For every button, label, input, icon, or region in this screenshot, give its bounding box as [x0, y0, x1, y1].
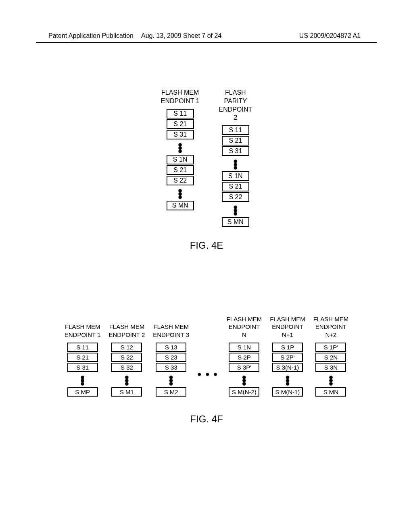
vertical-dots-icon: ●●● [178, 143, 183, 152]
vertical-dots-icon: ●●● [178, 189, 183, 198]
vertical-dots-icon: ●●● [242, 375, 246, 385]
cell: S 31 [222, 146, 249, 156]
fig4f-col-2-title: FLASH MEM ENDPOINT 2 [109, 314, 145, 339]
fig4f-col-1: FLASH MEM ENDPOINT 1 S 11 S 21 S 31 ●●● … [65, 314, 101, 397]
fig4f-caption: FIG. 4F [190, 414, 223, 425]
cell: S M1 [111, 387, 142, 397]
cell: S 3P' [229, 363, 259, 372]
figure-4f: FLASH MEM ENDPOINT 1 S 11 S 21 S 31 ●●● … [0, 314, 413, 425]
fig4f-col-n2: FLASH MEM ENDPOINT N+2 S 1P' S 2N S 3N ●… [313, 314, 349, 397]
cell: S 31 [67, 363, 98, 372]
header-left: Patent Application Publication [48, 32, 133, 39]
header-center: Aug. 13, 2009 Sheet 7 of 24 [141, 32, 221, 39]
fig4e-col-1-title: FLASH MEM ENDPOINT 1 [161, 89, 200, 106]
cell: S M(N-2) [229, 387, 259, 397]
cell: S MN [222, 217, 249, 227]
cell: S 13 [156, 343, 186, 352]
fig4f-col-n-title: FLASH MEM ENDPOINT N [227, 314, 262, 339]
cell: S MN [167, 201, 194, 210]
cell: S 11 [222, 125, 249, 135]
vertical-dots-icon: ●●● [285, 375, 290, 385]
cell: S 1N [167, 155, 194, 164]
cell: S M2 [156, 387, 186, 397]
vertical-dots-icon: ●●● [124, 375, 129, 385]
cell: S 32 [111, 363, 142, 372]
cell: S 12 [111, 343, 142, 352]
fig4e-columns: FLASH MEM ENDPOINT 1 S 11 S 21 S 31 ●●● … [161, 89, 252, 228]
fig4f-columns: FLASH MEM ENDPOINT 1 S 11 S 21 S 31 ●●● … [65, 314, 348, 397]
page-header: Patent Application Publication Aug. 13, … [0, 32, 413, 39]
fig4e-col-2-title: FLASH PARITY ENDPOINT 2 [219, 89, 252, 122]
cell: S 2P' [272, 353, 303, 362]
fig4e-caption: FIG. 4E [190, 240, 223, 251]
fig4f-col-n: FLASH MEM ENDPOINT N S 1N S 2P S 3P' ●●●… [227, 314, 262, 397]
fig4f-col-n1-title: FLASH MEM ENDPOINT N+1 [270, 314, 305, 339]
fig4f-col-n1: FLASH MEM ENDPOINT N+1 S 1P S 2P' S 3(N-… [270, 314, 305, 397]
fig4f-col-3: FLASH MEM ENDPOINT 3 S 13 S 23 S 33 ●●● … [153, 314, 189, 397]
horizontal-dots-icon: ● ● ● [197, 370, 219, 378]
cell: S 1P [272, 343, 303, 352]
cell: S 1P' [315, 343, 346, 352]
header-right: US 2009/0204872 A1 [299, 32, 361, 39]
cell: S 2P [229, 353, 259, 362]
fig4e-col-1: FLASH MEM ENDPOINT 1 S 11 S 21 S 31 ●●● … [161, 89, 200, 228]
vertical-dots-icon: ●●● [80, 375, 85, 385]
cell: S 22 [222, 192, 249, 202]
vertical-dots-icon: ●●● [169, 375, 173, 385]
fig4f-col-1-title: FLASH MEM ENDPOINT 1 [65, 314, 101, 339]
cell: S 1N [229, 343, 259, 352]
fig4f-col-3-title: FLASH MEM ENDPOINT 3 [153, 314, 189, 339]
vertical-dots-icon: ●●● [233, 159, 238, 169]
cell: S 21 [67, 353, 98, 362]
cell: S 22 [167, 176, 194, 185]
cell: S 3(N-1) [272, 363, 303, 372]
cell: S 31 [167, 130, 194, 139]
cell: S 2N [315, 353, 346, 362]
cell: S 21 [167, 119, 194, 129]
cell: S 11 [67, 343, 98, 352]
cell: S 23 [156, 353, 186, 362]
cell: S 33 [156, 363, 186, 372]
cell: S 1N [222, 171, 249, 181]
cell: S 21 [167, 165, 194, 175]
fig4e-col-2: FLASH PARITY ENDPOINT 2 S 11 S 21 S 31 ●… [219, 89, 252, 228]
cell: S 3N [315, 363, 346, 372]
figure-4e: FLASH MEM ENDPOINT 1 S 11 S 21 S 31 ●●● … [0, 89, 413, 251]
cell: S 22 [111, 353, 142, 362]
cell: S M(N-1) [272, 387, 303, 397]
header-divider [36, 42, 377, 43]
cell: S MN [315, 387, 346, 397]
cell: S 21 [222, 136, 249, 145]
fig4f-col-2: FLASH MEM ENDPOINT 2 S 12 S 22 S 32 ●●● … [109, 314, 145, 397]
vertical-dots-icon: ●●● [233, 205, 238, 215]
cell: S MP [67, 387, 98, 397]
cell: S 21 [222, 182, 249, 191]
fig4f-col-n2-title: FLASH MEM ENDPOINT N+2 [313, 314, 349, 339]
cell: S 11 [167, 109, 194, 118]
vertical-dots-icon: ●●● [328, 375, 333, 385]
